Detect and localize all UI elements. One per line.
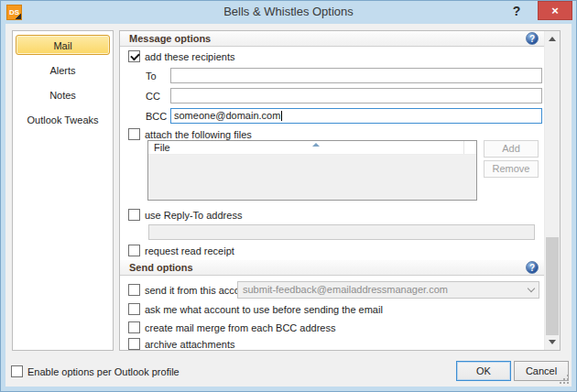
reply-to-input[interactable] — [148, 224, 535, 240]
add-recipients-row: add these recipients — [128, 50, 234, 62]
cc-field-row: CC — [146, 88, 542, 103]
sort-ascending-icon — [312, 143, 320, 147]
cc-input[interactable] — [170, 88, 542, 103]
send-options-title: Send options — [129, 262, 193, 273]
ok-button[interactable]: OK — [456, 361, 511, 381]
message-options-header: Message options ? — [120, 31, 544, 47]
bcc-value: someone@domain.com — [174, 110, 280, 121]
message-options-title: Message options — [129, 33, 211, 44]
reply-to-row: use Reply-To address — [128, 209, 242, 221]
add-button[interactable]: Add — [484, 140, 539, 158]
attach-files-row: attach the following files — [128, 128, 252, 140]
options-panel: Message options ? add these recipients T… — [119, 30, 561, 351]
file-column-label: File — [154, 142, 170, 153]
bcc-field-row: BCC someone@domain.com — [146, 108, 542, 124]
help-icon[interactable]: ? — [526, 32, 539, 45]
remove-button[interactable]: Remove — [484, 160, 539, 178]
mail-merge-row: create mail merge from each BCC address — [128, 321, 335, 333]
mail-merge-checkbox[interactable] — [128, 321, 140, 333]
archive-attachments-checkbox[interactable] — [128, 338, 140, 350]
attach-files-label[interactable]: attach the following files — [145, 129, 252, 140]
mail-merge-label[interactable]: create mail merge from each BCC address — [145, 322, 335, 333]
to-field-row: To — [146, 68, 542, 83]
archive-attachments-row: archive attachments — [128, 338, 234, 350]
send-from-account-checkbox[interactable] — [128, 284, 140, 296]
attachments-list[interactable]: File — [147, 140, 477, 201]
profile-option-checkbox[interactable] — [11, 365, 23, 377]
ask-account-checkbox[interactable] — [128, 303, 140, 315]
sidebar-item-outlook-tweaks[interactable]: Outlook Tweaks — [16, 109, 110, 129]
scrollbar[interactable] — [544, 31, 560, 350]
file-column-header[interactable]: File — [148, 141, 476, 155]
profile-option-label[interactable]: Enable options per Outlook profile — [27, 366, 180, 377]
to-label: To — [146, 71, 170, 82]
send-from-account-row: send it from this account — [128, 284, 254, 296]
attach-files-checkbox[interactable] — [128, 128, 140, 140]
text-cursor — [281, 111, 282, 121]
sidebar-item-alerts[interactable]: Alerts — [16, 60, 110, 80]
options-content: Message options ? add these recipients T… — [120, 31, 544, 350]
bcc-label: BCC — [146, 111, 170, 122]
account-dropdown[interactable]: submit-feedback@emailaddressmanager.com — [237, 281, 539, 299]
bcc-input[interactable]: someone@domain.com — [170, 108, 542, 124]
ask-account-label[interactable]: ask me what account to use before sendin… — [145, 304, 383, 315]
archive-attachments-label[interactable]: archive attachments — [145, 339, 234, 350]
titlebar-help-button[interactable]: ? — [509, 4, 524, 18]
to-input[interactable] — [170, 68, 542, 83]
dialog-client-area: Mail Alerts Notes Outlook Tweaks Message… — [5, 24, 572, 387]
add-recipients-checkbox[interactable] — [128, 50, 140, 62]
category-sidebar: Mail Alerts Notes Outlook Tweaks — [12, 30, 114, 351]
profile-option-row: Enable options per Outlook profile — [11, 365, 180, 377]
options-dialog: DS Bells & Whistles Options ? × Mail Ale… — [0, 0, 577, 392]
scrollbar-thumb[interactable] — [546, 237, 559, 335]
reply-to-label[interactable]: use Reply-To address — [145, 210, 242, 221]
scroll-up-button[interactable] — [545, 31, 561, 47]
help-icon[interactable]: ? — [526, 261, 539, 274]
chevron-down-icon — [528, 285, 535, 292]
read-receipt-row: request read receipt — [128, 245, 234, 256]
resize-grip[interactable] — [560, 375, 569, 384]
read-receipt-checkbox[interactable] — [128, 245, 140, 256]
cc-label: CC — [146, 91, 170, 102]
send-options-header: Send options ? — [120, 260, 544, 276]
titlebar[interactable]: DS Bells & Whistles Options ? × — [1, 1, 576, 24]
ask-account-row: ask me what account to use before sendin… — [128, 303, 383, 315]
scroll-down-button[interactable] — [545, 334, 561, 350]
add-recipients-label[interactable]: add these recipients — [145, 51, 234, 62]
sidebar-item-notes[interactable]: Notes — [16, 84, 110, 104]
account-dropdown-value: submit-feedback@emailaddressmanager.com — [243, 284, 448, 295]
window-title: Bells & Whistles Options — [1, 5, 576, 18]
column-divider — [463, 141, 464, 154]
sidebar-item-mail[interactable]: Mail — [16, 35, 110, 55]
reply-to-checkbox[interactable] — [128, 209, 140, 221]
read-receipt-label[interactable]: request read receipt — [145, 245, 234, 256]
close-icon: × — [551, 4, 559, 17]
close-button[interactable]: × — [538, 1, 572, 20]
